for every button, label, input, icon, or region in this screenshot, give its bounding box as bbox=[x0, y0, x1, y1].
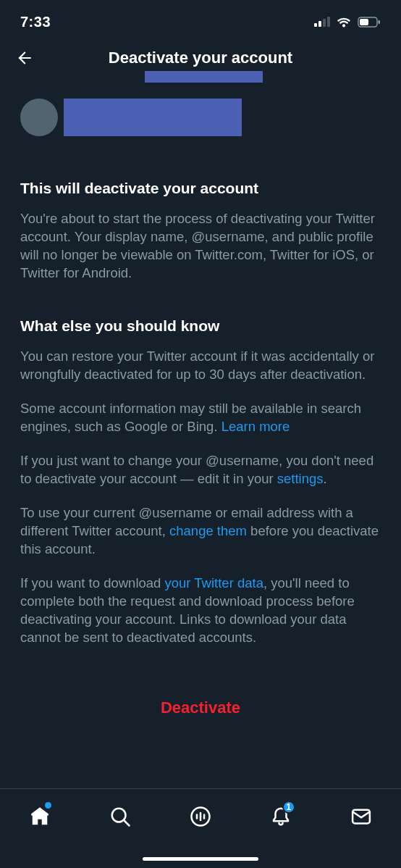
username-change-text-end: . bbox=[324, 471, 327, 486]
cellular-icon bbox=[314, 17, 330, 27]
svg-rect-3 bbox=[327, 17, 330, 27]
profile-row bbox=[0, 99, 401, 136]
settings-link[interactable]: settings bbox=[277, 471, 324, 486]
wifi-icon bbox=[336, 16, 352, 28]
svg-line-9 bbox=[124, 820, 129, 825]
redaction-subtitle bbox=[145, 71, 263, 83]
home-icon bbox=[29, 806, 51, 827]
tab-messages[interactable] bbox=[348, 804, 374, 830]
svg-rect-7 bbox=[379, 20, 381, 24]
deactivate-description: You're about to start the process of dea… bbox=[20, 210, 381, 283]
mic-icon bbox=[190, 806, 211, 827]
home-indicator bbox=[143, 857, 258, 861]
svg-rect-2 bbox=[323, 19, 326, 27]
reuse-info: To use your current @username or email a… bbox=[20, 504, 381, 559]
restore-info: You can restore your Twitter account if … bbox=[20, 348, 381, 384]
learn-more-link[interactable]: Learn more bbox=[221, 419, 290, 434]
search-icon bbox=[109, 806, 131, 827]
download-text: If you want to download bbox=[20, 575, 165, 591]
svg-rect-0 bbox=[314, 23, 317, 27]
notification-badge: 1 bbox=[282, 801, 295, 814]
change-them-link[interactable]: change them bbox=[169, 523, 247, 538]
deactivate-button[interactable]: Deactivate bbox=[20, 690, 381, 726]
section-heading-know: What else you should know bbox=[20, 317, 381, 335]
twitter-data-link[interactable]: your Twitter data bbox=[165, 575, 263, 591]
search-engine-info: Some account information may still be av… bbox=[20, 400, 381, 436]
back-button[interactable] bbox=[14, 48, 35, 68]
tab-spaces[interactable] bbox=[187, 804, 214, 830]
nav-header: Deactivate your account bbox=[0, 39, 401, 77]
redaction-username bbox=[64, 99, 242, 136]
status-icons bbox=[314, 16, 381, 28]
battery-icon bbox=[358, 17, 381, 28]
section-heading-deactivate: This will deactivate your account bbox=[20, 180, 381, 197]
svg-point-4 bbox=[342, 24, 345, 27]
envelope-icon bbox=[350, 806, 372, 827]
svg-rect-6 bbox=[360, 19, 368, 25]
tab-search[interactable] bbox=[107, 804, 133, 830]
search-engine-text: Some account information may still be av… bbox=[20, 401, 361, 434]
status-bar: 7:33 bbox=[0, 0, 401, 36]
tab-home[interactable] bbox=[27, 804, 53, 830]
username-change-info: If you just want to change your @usernam… bbox=[20, 452, 381, 488]
download-info: If you want to download your Twitter dat… bbox=[20, 575, 381, 647]
svg-rect-1 bbox=[318, 21, 321, 27]
status-time: 7:33 bbox=[20, 14, 51, 30]
arrow-left-icon bbox=[15, 49, 34, 67]
avatar bbox=[20, 99, 58, 136]
tab-bar: 1 bbox=[0, 788, 401, 868]
tab-notifications[interactable]: 1 bbox=[268, 804, 294, 830]
page-title: Deactivate your account bbox=[109, 49, 292, 67]
